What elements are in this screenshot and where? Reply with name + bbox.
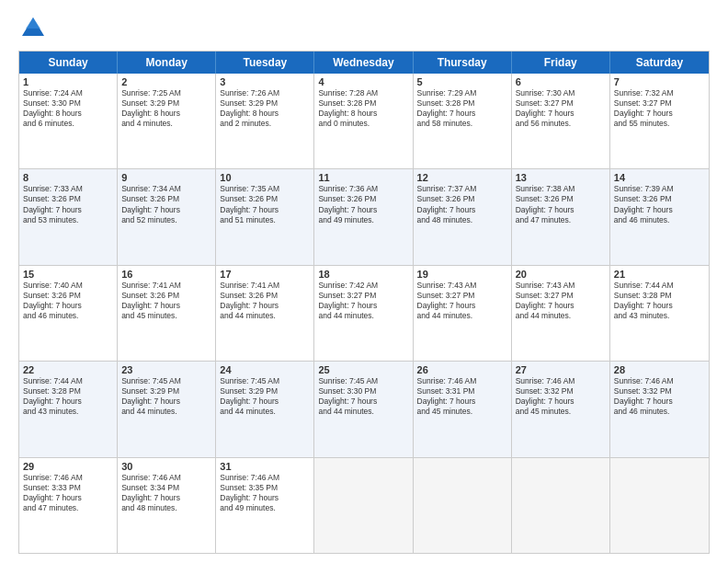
page: SundayMondayTuesdayWednesdayThursdayFrid… bbox=[0, 0, 728, 563]
day-header-saturday: Saturday bbox=[610, 52, 709, 74]
cell-info: Sunrise: 7:44 AMSunset: 3:28 PMDaylight:… bbox=[23, 376, 113, 417]
cell-info: Sunrise: 7:44 AMSunset: 3:28 PMDaylight:… bbox=[614, 281, 705, 321]
calendar-cell: 5Sunrise: 7:29 AMSunset: 3:28 PMDaylight… bbox=[414, 74, 512, 168]
cell-info: Sunrise: 7:30 AMSunset: 3:27 PMDaylight:… bbox=[516, 88, 606, 129]
calendar-row-1: 1Sunrise: 7:24 AMSunset: 3:30 PMDaylight… bbox=[19, 74, 709, 168]
calendar-cell: 25Sunrise: 7:45 AMSunset: 3:30 PMDayligh… bbox=[314, 362, 413, 456]
day-number: 5 bbox=[417, 76, 507, 87]
calendar-cell: 11Sunrise: 7:36 AMSunset: 3:26 PMDayligh… bbox=[314, 169, 413, 264]
day-number: 7 bbox=[614, 76, 705, 87]
day-header-wednesday: Wednesday bbox=[314, 52, 413, 74]
calendar-cell: 30Sunrise: 7:46 AMSunset: 3:34 PMDayligh… bbox=[118, 458, 216, 553]
day-number: 9 bbox=[121, 172, 211, 183]
day-number: 21 bbox=[614, 269, 705, 280]
calendar-row-4: 22Sunrise: 7:44 AMSunset: 3:28 PMDayligh… bbox=[19, 361, 709, 456]
calendar-cell: 12Sunrise: 7:37 AMSunset: 3:26 PMDayligh… bbox=[414, 169, 512, 264]
calendar-cell: 14Sunrise: 7:39 AMSunset: 3:26 PMDayligh… bbox=[610, 169, 709, 264]
cell-info: Sunrise: 7:37 AMSunset: 3:26 PMDaylight:… bbox=[417, 184, 507, 224]
calendar: SundayMondayTuesdayWednesdayThursdayFrid… bbox=[18, 51, 710, 554]
day-number: 10 bbox=[220, 172, 310, 183]
calendar-cell bbox=[314, 458, 413, 553]
calendar-cell: 22Sunrise: 7:44 AMSunset: 3:28 PMDayligh… bbox=[19, 362, 118, 456]
cell-info: Sunrise: 7:38 AMSunset: 3:26 PMDaylight:… bbox=[516, 184, 606, 224]
svg-marker-1 bbox=[26, 17, 40, 29]
calendar-cell: 8Sunrise: 7:33 AMSunset: 3:26 PMDaylight… bbox=[19, 169, 118, 264]
calendar-cell: 13Sunrise: 7:38 AMSunset: 3:26 PMDayligh… bbox=[512, 169, 610, 264]
logo bbox=[18, 14, 51, 43]
cell-info: Sunrise: 7:26 AMSunset: 3:29 PMDaylight:… bbox=[220, 88, 310, 129]
day-number: 16 bbox=[121, 269, 211, 280]
cell-info: Sunrise: 7:45 AMSunset: 3:29 PMDaylight:… bbox=[220, 376, 310, 417]
calendar-cell: 24Sunrise: 7:45 AMSunset: 3:29 PMDayligh… bbox=[216, 362, 314, 456]
day-number: 28 bbox=[614, 364, 705, 375]
calendar-cell: 18Sunrise: 7:42 AMSunset: 3:27 PMDayligh… bbox=[314, 266, 413, 361]
cell-info: Sunrise: 7:41 AMSunset: 3:26 PMDaylight:… bbox=[220, 281, 310, 321]
cell-info: Sunrise: 7:43 AMSunset: 3:27 PMDaylight:… bbox=[516, 281, 606, 321]
day-number: 27 bbox=[516, 364, 606, 375]
calendar-row-3: 15Sunrise: 7:40 AMSunset: 3:26 PMDayligh… bbox=[19, 265, 709, 361]
cell-info: Sunrise: 7:45 AMSunset: 3:29 PMDaylight:… bbox=[121, 376, 211, 417]
calendar-cell: 20Sunrise: 7:43 AMSunset: 3:27 PMDayligh… bbox=[512, 266, 610, 361]
cell-info: Sunrise: 7:28 AMSunset: 3:28 PMDaylight:… bbox=[318, 88, 408, 129]
day-number: 2 bbox=[121, 76, 211, 87]
day-number: 31 bbox=[220, 461, 310, 472]
cell-info: Sunrise: 7:46 AMSunset: 3:33 PMDaylight:… bbox=[23, 473, 113, 513]
cell-info: Sunrise: 7:32 AMSunset: 3:27 PMDaylight:… bbox=[614, 88, 705, 129]
calendar-cell: 4Sunrise: 7:28 AMSunset: 3:28 PMDaylight… bbox=[314, 74, 413, 168]
day-number: 30 bbox=[121, 461, 211, 472]
cell-info: Sunrise: 7:46 AMSunset: 3:32 PMDaylight:… bbox=[516, 376, 606, 417]
header bbox=[18, 14, 710, 43]
calendar-cell: 7Sunrise: 7:32 AMSunset: 3:27 PMDaylight… bbox=[610, 74, 709, 168]
day-number: 14 bbox=[614, 172, 705, 183]
calendar-cell bbox=[512, 458, 610, 553]
calendar-cell: 17Sunrise: 7:41 AMSunset: 3:26 PMDayligh… bbox=[216, 266, 314, 361]
calendar-cell bbox=[414, 458, 512, 553]
day-header-tuesday: Tuesday bbox=[216, 52, 314, 74]
calendar-body: 1Sunrise: 7:24 AMSunset: 3:30 PMDaylight… bbox=[19, 74, 709, 553]
day-number: 26 bbox=[417, 364, 507, 375]
cell-info: Sunrise: 7:34 AMSunset: 3:26 PMDaylight:… bbox=[121, 184, 211, 224]
calendar-cell: 21Sunrise: 7:44 AMSunset: 3:28 PMDayligh… bbox=[610, 266, 709, 361]
day-number: 1 bbox=[23, 76, 113, 87]
day-header-monday: Monday bbox=[118, 52, 216, 74]
cell-info: Sunrise: 7:46 AMSunset: 3:32 PMDaylight:… bbox=[614, 376, 705, 417]
day-number: 20 bbox=[516, 269, 606, 280]
day-number: 23 bbox=[121, 364, 211, 375]
calendar-cell: 26Sunrise: 7:46 AMSunset: 3:31 PMDayligh… bbox=[414, 362, 512, 456]
day-header-thursday: Thursday bbox=[414, 52, 512, 74]
calendar-cell: 2Sunrise: 7:25 AMSunset: 3:29 PMDaylight… bbox=[118, 74, 216, 168]
calendar-cell: 19Sunrise: 7:43 AMSunset: 3:27 PMDayligh… bbox=[414, 266, 512, 361]
cell-info: Sunrise: 7:36 AMSunset: 3:26 PMDaylight:… bbox=[318, 184, 408, 224]
calendar-cell: 15Sunrise: 7:40 AMSunset: 3:26 PMDayligh… bbox=[19, 266, 118, 361]
day-number: 3 bbox=[220, 76, 310, 87]
calendar-cell: 27Sunrise: 7:46 AMSunset: 3:32 PMDayligh… bbox=[512, 362, 610, 456]
day-number: 11 bbox=[318, 172, 408, 183]
cell-info: Sunrise: 7:42 AMSunset: 3:27 PMDaylight:… bbox=[318, 281, 408, 321]
day-number: 6 bbox=[516, 76, 606, 87]
cell-info: Sunrise: 7:46 AMSunset: 3:31 PMDaylight:… bbox=[417, 376, 507, 417]
cell-info: Sunrise: 7:24 AMSunset: 3:30 PMDaylight:… bbox=[23, 88, 113, 129]
logo-icon bbox=[18, 14, 48, 43]
calendar-row-2: 8Sunrise: 7:33 AMSunset: 3:26 PMDaylight… bbox=[19, 168, 709, 264]
calendar-cell: 31Sunrise: 7:46 AMSunset: 3:35 PMDayligh… bbox=[216, 458, 314, 553]
cell-info: Sunrise: 7:25 AMSunset: 3:29 PMDaylight:… bbox=[121, 88, 211, 129]
day-number: 8 bbox=[23, 172, 113, 183]
calendar-cell: 9Sunrise: 7:34 AMSunset: 3:26 PMDaylight… bbox=[118, 169, 216, 264]
day-number: 12 bbox=[417, 172, 507, 183]
cell-info: Sunrise: 7:39 AMSunset: 3:26 PMDaylight:… bbox=[614, 184, 705, 224]
calendar-header: SundayMondayTuesdayWednesdayThursdayFrid… bbox=[19, 52, 709, 74]
calendar-cell: 6Sunrise: 7:30 AMSunset: 3:27 PMDaylight… bbox=[512, 74, 610, 168]
day-number: 24 bbox=[220, 364, 310, 375]
cell-info: Sunrise: 7:45 AMSunset: 3:30 PMDaylight:… bbox=[318, 376, 408, 417]
day-number: 15 bbox=[23, 269, 113, 280]
day-header-sunday: Sunday bbox=[19, 52, 118, 74]
day-number: 29 bbox=[23, 461, 113, 472]
day-number: 25 bbox=[318, 364, 408, 375]
cell-info: Sunrise: 7:40 AMSunset: 3:26 PMDaylight:… bbox=[23, 281, 113, 321]
day-header-friday: Friday bbox=[512, 52, 610, 74]
day-number: 22 bbox=[23, 364, 113, 375]
calendar-cell: 1Sunrise: 7:24 AMSunset: 3:30 PMDaylight… bbox=[19, 74, 118, 168]
calendar-cell bbox=[610, 458, 709, 553]
day-number: 19 bbox=[417, 269, 507, 280]
cell-info: Sunrise: 7:33 AMSunset: 3:26 PMDaylight:… bbox=[23, 184, 113, 224]
